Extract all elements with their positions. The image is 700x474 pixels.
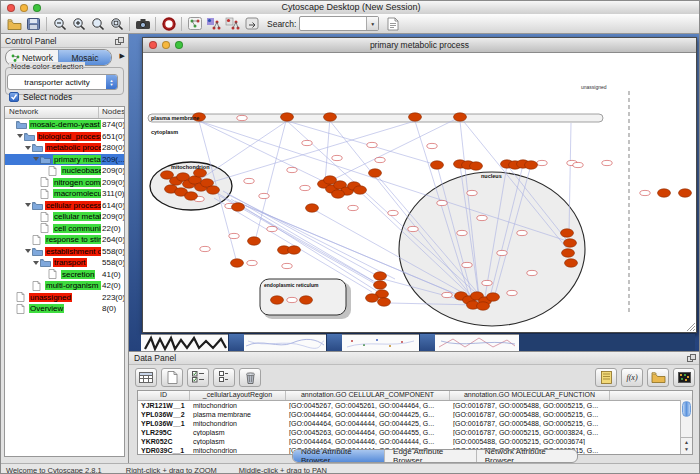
expand-triangle-icon[interactable] <box>32 155 40 163</box>
float-panel-icon[interactable] <box>115 37 124 45</box>
snapshot-icon[interactable] <box>133 15 152 32</box>
import-file-icon[interactable] <box>647 368 669 387</box>
select-nodes-checkbox[interactable] <box>9 92 19 102</box>
zoom-selected-icon[interactable] <box>88 15 107 32</box>
network-node[interactable] <box>281 113 294 121</box>
table-scrollbar[interactable]: ▲▼ <box>680 400 692 454</box>
column-id[interactable]: ID <box>138 391 190 400</box>
background-window-3[interactable] <box>342 334 419 351</box>
open-icon[interactable] <box>5 15 24 32</box>
new-attribute-icon[interactable] <box>161 368 183 387</box>
network-node[interactable] <box>454 113 467 121</box>
tree-row[interactable]: response to stimulu264(0) <box>5 234 124 246</box>
attribute-table-icon[interactable] <box>135 368 157 387</box>
network-node[interactable] <box>679 189 692 197</box>
node-color-dropdown[interactable]: transporter activity ▲▼ <box>7 74 118 90</box>
network-node[interactable] <box>324 176 337 184</box>
expand-triangle-icon[interactable] <box>24 144 32 152</box>
network-node[interactable] <box>431 161 444 169</box>
tree-row[interactable]: Overview8(0) <box>5 303 124 315</box>
network-node[interactable] <box>564 239 577 247</box>
network-node[interactable] <box>324 113 337 121</box>
search-dropdown-icon[interactable]: ▼ <box>366 17 378 30</box>
unselect-attributes-icon[interactable] <box>213 368 235 387</box>
select-nodes-icon[interactable] <box>223 15 242 32</box>
network-node[interactable] <box>306 204 319 212</box>
tab-network-attribute-browser[interactable]: Network Attribute Browser <box>476 450 577 462</box>
column-region[interactable]: _cellularLayoutRegion <box>190 391 286 400</box>
tree-column-network[interactable]: Network <box>9 107 38 116</box>
table-row[interactable]: YLR295Ccytoplasm[GO:0045263, GO:0044464,… <box>138 428 692 437</box>
column-molecular-function[interactable]: annotation.GO MOLECULAR_FUNCTION <box>450 391 610 400</box>
network-node[interactable] <box>354 186 367 194</box>
tree-row[interactable]: nitrogen compo209(0) <box>5 177 124 189</box>
network-node[interactable] <box>565 259 578 267</box>
network-node[interactable] <box>658 189 671 197</box>
expand-triangle-icon[interactable] <box>32 259 40 267</box>
expand-triangle-icon[interactable] <box>24 201 32 209</box>
float-data-panel-icon[interactable] <box>687 354 696 362</box>
zoom-out-icon[interactable] <box>50 15 69 32</box>
tab-overflow-icon[interactable]: ▶ <box>120 52 125 60</box>
network-edge[interactable] <box>255 117 287 241</box>
tab-edge-attribute-browser[interactable]: Edge Attribute Browser <box>384 450 476 462</box>
zoom-in-icon[interactable] <box>69 15 88 32</box>
column-cellular-component[interactable]: annotation.GO CELLULAR_COMPONENT <box>286 391 450 400</box>
help-icon[interactable] <box>159 15 178 32</box>
tree-column-nodes[interactable]: Nodes <box>102 107 125 116</box>
expand-triangle-icon[interactable] <box>16 132 24 140</box>
select-attributes-icon[interactable] <box>187 368 209 387</box>
delete-attribute-icon[interactable] <box>239 368 261 387</box>
scroll-up-icon[interactable]: ▲ <box>684 439 689 446</box>
network-view-window[interactable]: primary metabolic process plasma membran… <box>142 37 697 333</box>
network-edge[interactable] <box>325 117 330 183</box>
annotation-icon[interactable] <box>242 15 261 32</box>
save-icon[interactable] <box>24 15 43 32</box>
network-edge[interactable] <box>214 198 372 292</box>
network-node[interactable] <box>409 113 422 121</box>
search-input[interactable] <box>300 18 366 29</box>
table-row[interactable]: YKR052Ccytoplasm[GO:0044464, GO:0044446,… <box>138 437 692 446</box>
tree-row[interactable]: secretion41(0) <box>5 269 124 281</box>
network-node[interactable] <box>232 203 245 211</box>
network-node[interactable] <box>561 229 574 237</box>
network-node[interactable] <box>194 169 207 177</box>
network-node[interactable] <box>487 293 500 301</box>
tab-node-attribute-browser[interactable]: Node Attribute Browser <box>293 450 384 462</box>
network-overview-icon[interactable] <box>185 15 204 32</box>
tree-row[interactable]: biological_process651(0) <box>5 131 124 143</box>
network-node[interactable] <box>477 302 490 310</box>
select-first-neighbors-icon[interactable] <box>204 15 223 32</box>
network-node[interactable] <box>207 186 220 194</box>
zoom-fit-icon[interactable] <box>107 15 126 32</box>
tree-row[interactable]: cellular process614(0) <box>5 200 124 212</box>
tree-row[interactable]: unassigned223(0) <box>5 292 124 304</box>
network-node[interactable] <box>332 190 345 198</box>
tree-row[interactable]: multi-organism pro42(0) <box>5 280 124 292</box>
background-window-4[interactable] <box>435 334 519 351</box>
network-node[interactable] <box>231 259 244 267</box>
network-node[interactable] <box>378 298 391 306</box>
network-node[interactable] <box>271 296 284 304</box>
tree-row[interactable]: cellular metabol209(0) <box>5 211 124 223</box>
tree-row[interactable]: establishment of lo558(0) <box>5 246 124 258</box>
network-node[interactable] <box>562 249 575 257</box>
network-node[interactable] <box>470 162 483 170</box>
table-row[interactable]: YJR121W__1mitochondrion[GO:0045267, GO:0… <box>138 401 692 410</box>
network-node[interactable] <box>525 161 538 169</box>
network-node[interactable] <box>288 246 301 254</box>
tree-row[interactable]: transport558(0) <box>5 257 124 269</box>
import-attributes-icon[interactable] <box>383 15 402 32</box>
network-window-titlebar[interactable]: primary metabolic process <box>143 38 696 53</box>
table-row[interactable]: YPL036W__2plasma membrane[GO:0044464, GO… <box>138 410 692 419</box>
expand-triangle-icon[interactable] <box>24 247 32 255</box>
network-node[interactable] <box>374 272 387 280</box>
table-row[interactable]: YPL036W__1mitochondrion[GO:0044464, GO:0… <box>138 419 692 428</box>
background-window-1[interactable] <box>141 334 228 351</box>
tree-row[interactable]: macromolecule311(0) <box>5 188 124 200</box>
scroll-down-icon[interactable]: ▼ <box>684 446 689 453</box>
network-edge[interactable] <box>209 121 415 183</box>
background-window-2[interactable] <box>244 334 326 351</box>
notes-icon[interactable] <box>595 368 617 387</box>
tree-row[interactable]: metabolic process280(0) <box>5 142 124 154</box>
